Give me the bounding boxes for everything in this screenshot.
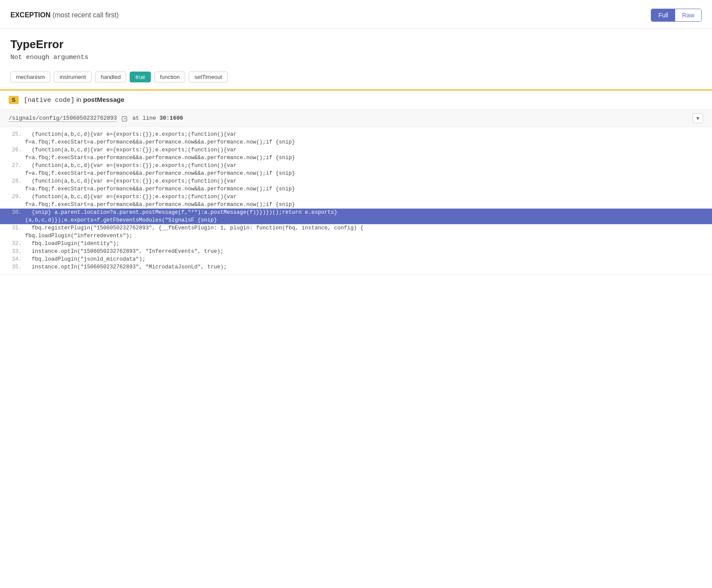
- stack-section: S [native code] in postMessage /signals/…: [0, 89, 712, 275]
- code-line-5: f=a.fbq;f.execStart=a.performance&&a.per…: [0, 170, 712, 177]
- tags-row: mechanisminstrumenthandledtruefunctionse…: [0, 68, 712, 89]
- tag-function[interactable]: function: [154, 72, 186, 82]
- code-line-15: 33. instance.optIn("1506050232762893", "…: [0, 248, 712, 255]
- file-bar: /signals/config/1506050232762893 ↗ at li…: [0, 109, 712, 127]
- tag-handled[interactable]: handled: [95, 72, 126, 82]
- header-subtitle: (most recent call first): [52, 11, 119, 19]
- code-line-4: 27. (function(a,b,c,d){var e={exports:{}…: [0, 162, 712, 170]
- header-title: EXCEPTION (most recent call first): [10, 11, 119, 19]
- frame-title: [native code] in postMessage: [24, 96, 124, 104]
- code-line-16: 34. fbq.loadPlugin("jsonld_microdata");: [0, 255, 712, 263]
- s-badge: S: [9, 96, 19, 104]
- code-line-7: f=a.fbq;f.execStart=a.performance&&a.per…: [0, 185, 712, 193]
- code-line-1: f=a.fbq;f.execStart=a.performance&&a.per…: [0, 138, 712, 146]
- code-line-3: f=a.fbq;f.execStart=a.performance&&a.per…: [0, 154, 712, 162]
- code-line-10: 30. {snip} a.parent.location?a.parent.po…: [0, 209, 712, 216]
- stack-frame: S [native code] in postMessage /signals/…: [0, 91, 712, 275]
- code-line-14: 32. fbq.loadPlugin("identity");: [0, 240, 712, 248]
- native-code-label: [native code]: [24, 97, 75, 104]
- in-text: in: [76, 96, 82, 103]
- code-block: 25. (function(a,b,c,d){var e={exports:{}…: [0, 127, 712, 274]
- code-line-9: f=a.fbq;f.execStart=a.performance&&a.per…: [0, 201, 712, 209]
- file-path-link[interactable]: /signals/config/1506050232762893: [9, 115, 117, 122]
- error-section: TypeError Not enough arguments: [0, 29, 712, 68]
- external-link-icon[interactable]: ↗: [122, 116, 127, 121]
- code-line-11: (a,b,c,d)});e.exports=f.getFbeventsModul…: [0, 216, 712, 224]
- code-line-17: 35. instance.optIn("1506050232762893", "…: [0, 263, 712, 271]
- full-view-button[interactable]: Full: [651, 9, 675, 21]
- tag-mechanism[interactable]: mechanism: [10, 72, 50, 82]
- error-message: Not enough arguments: [10, 54, 702, 61]
- error-type: TypeError: [10, 38, 702, 51]
- function-name: postMessage: [83, 96, 124, 103]
- code-line-12: 31. fbq.registerPlugin("1506050232762893…: [0, 224, 712, 232]
- file-path: /signals/config/1506050232762893 ↗ at li…: [9, 115, 183, 121]
- tag-setTimeout[interactable]: setTimeout: [189, 72, 228, 82]
- at-line-text: at line: [132, 115, 156, 121]
- raw-view-button[interactable]: Raw: [675, 9, 701, 21]
- code-line-13: fbq.loadPlugin("inferredevents");: [0, 232, 712, 240]
- tag-instrument[interactable]: instrument: [54, 72, 91, 82]
- page-header: EXCEPTION (most recent call first) Full …: [0, 0, 712, 29]
- line-number: 30:1606: [160, 115, 183, 121]
- expand-button[interactable]: ▾: [692, 113, 703, 123]
- tag-true[interactable]: true: [130, 72, 150, 82]
- code-line-8: 29. (function(a,b,c,d){var e={exports:{}…: [0, 193, 712, 201]
- frame-header: S [native code] in postMessage: [0, 91, 712, 109]
- view-toggle: Full Raw: [651, 9, 702, 22]
- code-line-0: 25. (function(a,b,c,d){var e={exports:{}…: [0, 131, 712, 138]
- code-line-2: 26. (function(a,b,c,d){var e={exports:{}…: [0, 146, 712, 154]
- exception-label: EXCEPTION: [10, 11, 50, 19]
- code-line-6: 28. (function(a,b,c,d){var e={exports:{}…: [0, 177, 712, 185]
